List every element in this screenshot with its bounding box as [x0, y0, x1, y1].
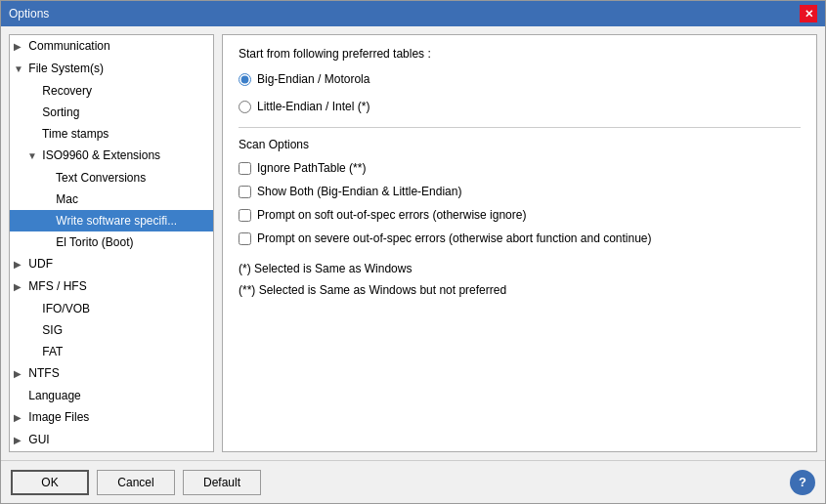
tree-item-communication[interactable]: ▶ Communication [10, 35, 213, 58]
divider [239, 127, 801, 128]
little-endian-label: Little-Endian / Intel (*) [257, 100, 370, 113]
expand-icon: ▼ [27, 147, 39, 165]
tree-item-iso9960[interactable]: ▼ ISO9960 & Extensions [10, 145, 213, 167]
checkbox-prompt-soft[interactable] [239, 209, 251, 222]
close-button[interactable]: ✕ [800, 5, 817, 22]
tree-item-ntfs[interactable]: ▶ NTFS [10, 362, 213, 385]
tree-item-mfshfs[interactable]: ▶ MFS / HFS [10, 275, 213, 298]
tree-label-udf: UDF [25, 257, 53, 271]
tree-panel: ▶ Communication▼ File System(s) Recovery… [9, 34, 214, 452]
endian-radio-group: Big-Endian / Motorola Little-Endian / In… [239, 72, 801, 113]
big-endian-label: Big-Endian / Motorola [257, 72, 370, 86]
tree-label-ifovob: IFO/VOB [39, 302, 90, 315]
tree-item-sorting[interactable]: Sorting [10, 102, 213, 123]
big-endian-option[interactable]: Big-Endian / Motorola [239, 72, 801, 86]
tree-item-mac[interactable]: Mac [10, 189, 213, 210]
checkbox-item-show-both[interactable]: Show Both (Big-Endian & Little-Endian) [239, 185, 801, 198]
main-area: ▶ Communication▼ File System(s) Recovery… [1, 26, 825, 460]
dialog-title: Options [9, 7, 49, 21]
tree-label-imagefiles: Image Files [25, 410, 89, 424]
tree-label-textconversions: Text Conversions [53, 171, 146, 185]
expand-icon: ▶ [14, 38, 25, 56]
preferred-tables-title: Start from following preferred tables : [239, 47, 801, 61]
checkbox-show-both[interactable] [239, 186, 251, 198]
tree-item-language[interactable]: Language [10, 385, 213, 406]
checkbox-label-prompt-severe: Prompt on severe out-of-spec errors (oth… [257, 231, 652, 245]
footnote1: (*) Selected is Same as Windows [239, 259, 801, 280]
tree-label-eltorito: El Torito (Boot) [53, 235, 133, 249]
tree-label-fat: FAT [39, 345, 63, 358]
little-endian-radio[interactable] [239, 101, 251, 113]
tree-label-communication: Communication [25, 39, 110, 53]
tree-item-imagefiles[interactable]: ▶ Image Files [10, 406, 213, 429]
checkbox-item-ignore-path[interactable]: Ignore PathTable (**) [239, 161, 801, 175]
checkbox-label-show-both: Show Both (Big-Endian & Little-Endian) [257, 185, 461, 198]
footnotes: (*) Selected is Same as Windows (**) Sel… [239, 259, 801, 301]
tree-item-fat[interactable]: FAT [10, 341, 213, 362]
tree-label-recovery: Recovery [39, 84, 92, 98]
checkbox-prompt-severe[interactable] [239, 232, 251, 245]
tree-label-filesystem: File System(s) [25, 62, 104, 75]
footnote2: (**) Selected is Same as Windows but not… [239, 280, 801, 302]
tree-item-onlinecheck[interactable]: Online Check [10, 451, 213, 452]
tree-item-gui[interactable]: ▶ GUI [10, 429, 213, 451]
tree-item-sig[interactable]: SIG [10, 319, 213, 341]
expand-icon: ▶ [14, 365, 25, 383]
tree-item-recovery[interactable]: Recovery [10, 80, 213, 102]
scan-options-title: Scan Options [239, 138, 801, 151]
tree-label-ntfs: NTFS [25, 366, 60, 380]
tree-label-mfshfs: MFS / HFS [25, 279, 87, 293]
options-dialog: Options ✕ ▶ Communication▼ File System(s… [0, 0, 826, 504]
checkbox-label-prompt-soft: Prompt on soft out-of-spec errors (other… [257, 208, 526, 222]
expand-icon: ▶ [14, 409, 25, 427]
right-panel: Start from following preferred tables : … [222, 34, 817, 452]
checkbox-label-ignore-path: Ignore PathTable (**) [257, 161, 366, 175]
tree-item-textconversions[interactable]: Text Conversions [10, 167, 213, 189]
tree-item-writesoftware[interactable]: Write software specifi... [10, 210, 213, 231]
tree-item-eltorito[interactable]: El Torito (Boot) [10, 231, 213, 253]
expand-icon: ▶ [14, 256, 25, 273]
tree-item-udf[interactable]: ▶ UDF [10, 253, 213, 275]
help-button[interactable]: ? [790, 470, 815, 495]
tree-label-timestamps: Time stamps [39, 127, 109, 141]
tree-label-iso9960: ISO9960 & Extensions [39, 148, 160, 162]
checkbox-ignore-path[interactable] [239, 162, 251, 175]
tree-label-gui: GUI [25, 433, 50, 446]
title-bar: Options ✕ [1, 1, 825, 26]
checkbox-item-prompt-soft[interactable]: Prompt on soft out-of-spec errors (other… [239, 208, 801, 222]
tree-item-timestamps[interactable]: Time stamps [10, 123, 213, 145]
tree-item-ifovob[interactable]: IFO/VOB [10, 298, 213, 319]
expand-icon: ▼ [14, 61, 25, 78]
tree-item-filesystem[interactable]: ▼ File System(s) [10, 58, 213, 80]
bottom-bar: OK Cancel Default ? [1, 460, 825, 503]
expand-icon: ▶ [14, 432, 25, 449]
checkbox-item-prompt-severe[interactable]: Prompt on severe out-of-spec errors (oth… [239, 231, 801, 245]
dialog-buttons: OK Cancel Default [11, 470, 261, 495]
little-endian-option[interactable]: Little-Endian / Intel (*) [239, 100, 801, 113]
cancel-button[interactable]: Cancel [97, 470, 175, 495]
ok-button[interactable]: OK [11, 470, 89, 495]
tree-label-language: Language [25, 389, 81, 402]
tree-scroll: ▶ Communication▼ File System(s) Recovery… [10, 35, 213, 452]
big-endian-radio[interactable] [239, 73, 251, 86]
tree-label-mac: Mac [53, 192, 78, 206]
expand-icon: ▶ [14, 278, 25, 296]
scan-checkboxes: Ignore PathTable (**)Show Both (Big-Endi… [239, 161, 801, 245]
tree-label-sig: SIG [39, 323, 63, 337]
default-button[interactable]: Default [183, 470, 261, 495]
tree-label-sorting: Sorting [39, 105, 79, 119]
tree-label-writesoftware: Write software specifi... [53, 214, 177, 228]
